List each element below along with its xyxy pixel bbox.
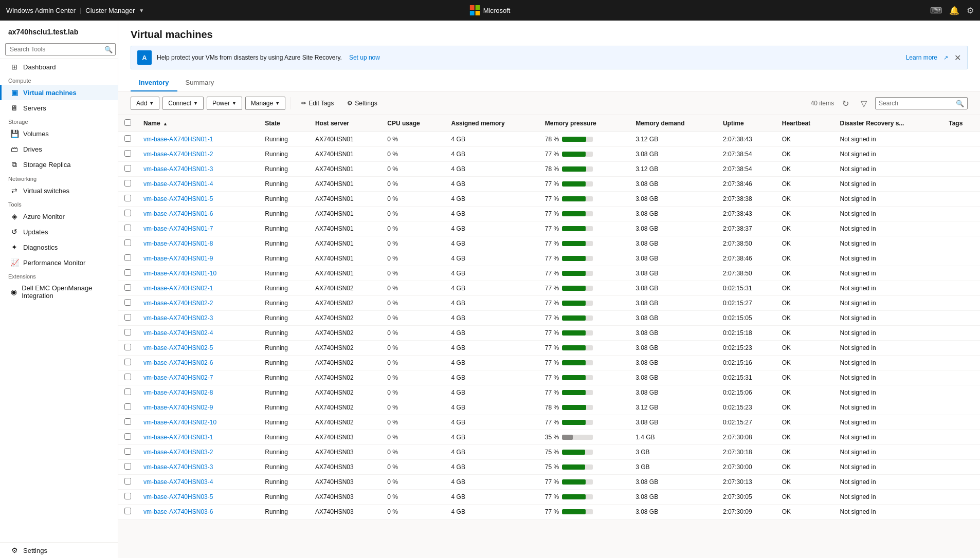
manage-button[interactable]: Manage ▼ bbox=[245, 97, 285, 110]
bell-icon[interactable]: 🔔 bbox=[949, 6, 959, 15]
sidebar-item-servers[interactable]: 🖥 Servers bbox=[0, 100, 118, 116]
sidebar-item-volumes[interactable]: 💾 Volumes bbox=[0, 126, 118, 141]
row-checkbox[interactable] bbox=[124, 463, 131, 470]
sidebar-item-virtual-machines[interactable]: ▣ Virtual machines bbox=[0, 85, 118, 100]
row-checkbox[interactable] bbox=[124, 195, 131, 201]
vm-name-link[interactable]: vm-base-AX740HSN03-5 bbox=[143, 493, 213, 500]
vm-name-link[interactable]: vm-base-AX740HSN02-6 bbox=[143, 359, 213, 366]
col-name[interactable]: Name ▲ bbox=[137, 115, 259, 132]
add-button[interactable]: Add ▼ bbox=[131, 97, 159, 110]
row-checkbox-cell[interactable] bbox=[118, 430, 137, 445]
search-input[interactable] bbox=[879, 98, 956, 109]
row-checkbox[interactable] bbox=[124, 448, 131, 455]
row-checkbox[interactable] bbox=[124, 165, 131, 172]
sidebar-item-performance-monitor[interactable]: 📈 Performance Monitor bbox=[0, 255, 118, 270]
vm-name-link[interactable]: vm-base-AX740HSN01-10 bbox=[143, 270, 216, 277]
vm-name-link[interactable]: vm-base-AX740HSN02-9 bbox=[143, 404, 213, 411]
row-checkbox[interactable] bbox=[124, 210, 131, 216]
row-checkbox-cell[interactable] bbox=[118, 341, 137, 356]
setup-now-link[interactable]: Set up now bbox=[349, 54, 380, 61]
row-checkbox-cell[interactable] bbox=[118, 385, 137, 400]
sidebar-item-virtual-switches[interactable]: ⇄ Virtual switches bbox=[0, 183, 118, 198]
learn-more-link[interactable]: Learn more bbox=[906, 54, 937, 61]
col-tags[interactable]: Tags bbox=[942, 115, 980, 132]
cluster-manager-label[interactable]: Cluster Manager bbox=[85, 7, 135, 14]
vm-name-link[interactable]: vm-base-AX740HSN01-7 bbox=[143, 225, 213, 232]
row-checkbox[interactable] bbox=[124, 225, 131, 231]
row-checkbox-cell[interactable] bbox=[118, 505, 137, 519]
sidebar-item-settings[interactable]: ⚙ Settings bbox=[0, 543, 118, 558]
gear-icon[interactable]: ⚙ bbox=[967, 6, 974, 15]
vm-name-link[interactable]: vm-base-AX740HSN02-8 bbox=[143, 389, 213, 396]
row-checkbox[interactable] bbox=[124, 299, 131, 306]
row-checkbox-cell[interactable] bbox=[118, 311, 137, 326]
col-heartbeat[interactable]: Heartbeat bbox=[776, 115, 834, 132]
row-checkbox-cell[interactable] bbox=[118, 207, 137, 221]
row-checkbox[interactable] bbox=[124, 239, 131, 246]
row-checkbox[interactable] bbox=[124, 508, 131, 514]
row-checkbox-cell[interactable] bbox=[118, 266, 137, 281]
row-checkbox[interactable] bbox=[124, 269, 131, 276]
row-checkbox[interactable] bbox=[124, 284, 131, 291]
row-checkbox-cell[interactable] bbox=[118, 445, 137, 460]
sidebar-item-storage-replica[interactable]: ⧉ Storage Replica bbox=[0, 157, 118, 173]
tab-inventory[interactable]: Inventory bbox=[131, 75, 177, 91]
chevron-down-icon[interactable]: ▼ bbox=[139, 8, 144, 13]
row-checkbox[interactable] bbox=[124, 344, 131, 350]
vm-name-link[interactable]: vm-base-AX740HSN01-6 bbox=[143, 210, 213, 217]
row-checkbox[interactable] bbox=[124, 478, 131, 485]
vm-name-link[interactable]: vm-base-AX740HSN03-3 bbox=[143, 463, 213, 471]
row-checkbox-cell[interactable] bbox=[118, 236, 137, 251]
tab-summary[interactable]: Summary bbox=[177, 75, 223, 91]
sidebar-item-dashboard[interactable]: ⊞ Dashboard bbox=[0, 59, 118, 75]
row-checkbox-cell[interactable] bbox=[118, 281, 137, 296]
search-tools-input[interactable] bbox=[5, 43, 116, 55]
col-cpu[interactable]: CPU usage bbox=[381, 115, 445, 132]
row-checkbox-cell[interactable] bbox=[118, 400, 137, 415]
select-all-header[interactable] bbox=[118, 115, 137, 132]
row-checkbox[interactable] bbox=[124, 418, 131, 425]
row-checkbox[interactable] bbox=[124, 403, 131, 410]
row-checkbox[interactable] bbox=[124, 180, 131, 187]
col-state[interactable]: State bbox=[259, 115, 309, 132]
vm-name-link[interactable]: vm-base-AX740HSN03-6 bbox=[143, 508, 213, 515]
row-checkbox[interactable] bbox=[124, 493, 131, 499]
settings-button[interactable]: ⚙ Settings bbox=[342, 97, 382, 109]
vm-name-link[interactable]: vm-base-AX740HSN01-1 bbox=[143, 136, 213, 143]
vm-name-link[interactable]: vm-base-AX740HSN01-9 bbox=[143, 255, 213, 262]
row-checkbox[interactable] bbox=[124, 150, 131, 157]
vm-name-link[interactable]: vm-base-AX740HSN02-5 bbox=[143, 344, 213, 351]
row-checkbox[interactable] bbox=[124, 314, 131, 321]
row-checkbox-cell[interactable] bbox=[118, 251, 137, 266]
row-checkbox-cell[interactable] bbox=[118, 147, 137, 162]
row-checkbox-cell[interactable] bbox=[118, 460, 137, 475]
row-checkbox-cell[interactable] bbox=[118, 370, 137, 385]
vm-name-link[interactable]: vm-base-AX740HSN02-10 bbox=[143, 419, 216, 426]
banner-close-icon[interactable]: ✕ bbox=[954, 53, 961, 63]
sidebar-item-drives[interactable]: 🗃 Drives bbox=[0, 141, 118, 157]
row-checkbox-cell[interactable] bbox=[118, 326, 137, 341]
refresh-button[interactable]: ↻ bbox=[838, 96, 852, 110]
sidebar-item-updates[interactable]: ↺ Updates bbox=[0, 224, 118, 239]
col-pressure[interactable]: Memory pressure bbox=[539, 115, 629, 132]
row-checkbox-cell[interactable] bbox=[118, 356, 137, 370]
sidebar-item-diagnostics[interactable]: ✦ Diagnostics bbox=[0, 239, 118, 255]
row-checkbox-cell[interactable] bbox=[118, 221, 137, 236]
vm-name-link[interactable]: vm-base-AX740HSN02-7 bbox=[143, 374, 213, 381]
row-checkbox[interactable] bbox=[124, 254, 131, 261]
vm-name-link[interactable]: vm-base-AX740HSN01-8 bbox=[143, 240, 213, 247]
power-button[interactable]: Power ▼ bbox=[207, 97, 242, 110]
vm-name-link[interactable]: vm-base-AX740HSN03-4 bbox=[143, 478, 213, 486]
sidebar-item-azure-monitor[interactable]: ◈ Azure Monitor bbox=[0, 209, 118, 224]
select-all-checkbox[interactable] bbox=[124, 119, 131, 126]
edit-tags-button[interactable]: ✏ Edit Tags bbox=[296, 97, 339, 109]
col-dr[interactable]: Disaster Recovery s... bbox=[834, 115, 943, 132]
col-uptime[interactable]: Uptime bbox=[717, 115, 776, 132]
row-checkbox[interactable] bbox=[124, 359, 131, 365]
filter-button[interactable]: ▽ bbox=[857, 96, 871, 110]
row-checkbox-cell[interactable] bbox=[118, 475, 137, 490]
sidebar-item-dell-emc[interactable]: ◉ Dell EMC OpenManage Integration bbox=[0, 281, 118, 303]
row-checkbox-cell[interactable] bbox=[118, 490, 137, 505]
vm-name-link[interactable]: vm-base-AX740HSN03-2 bbox=[143, 449, 213, 456]
row-checkbox-cell[interactable] bbox=[118, 162, 137, 177]
